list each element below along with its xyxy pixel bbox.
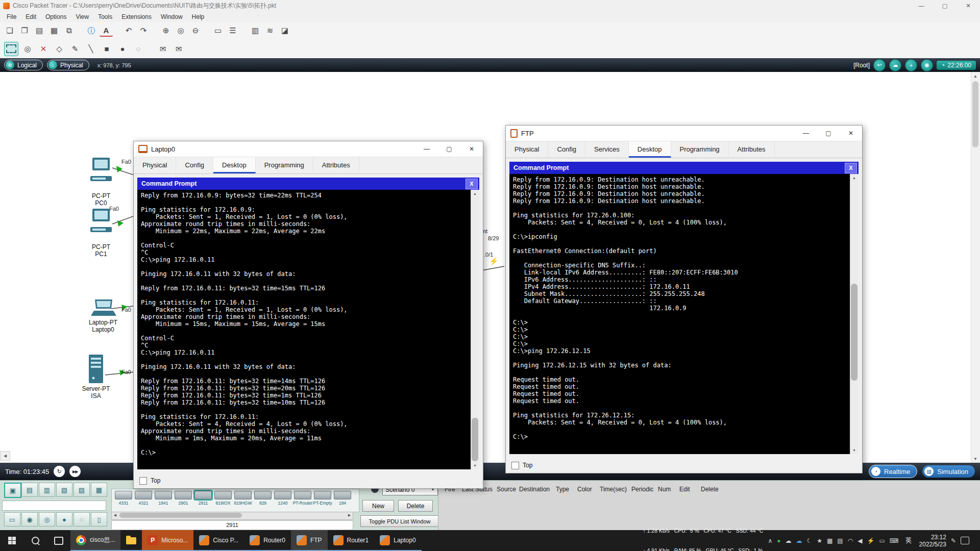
onedrive-icon[interactable]: ☁ bbox=[796, 537, 802, 544]
tab-config[interactable]: Config bbox=[176, 157, 213, 173]
category-wireless[interactable]: ▧ bbox=[56, 483, 72, 497]
terminal-scrollbar[interactable]: ▲ ▼ bbox=[850, 174, 859, 454]
ime-indicator[interactable]: 英 bbox=[903, 535, 915, 546]
scroll-up-arrow[interactable]: ▲ bbox=[471, 190, 479, 197]
scroll-thumb[interactable] bbox=[972, 81, 978, 147]
environment-button[interactable]: A bbox=[100, 24, 113, 37]
viewport-button[interactable]: + bbox=[905, 59, 917, 71]
device-model-819iox[interactable]: 819IOX bbox=[214, 491, 232, 512]
zoom-reset-button[interactable]: ◎ bbox=[174, 24, 187, 37]
inspect-tool-button[interactable]: ◎ bbox=[21, 42, 34, 56]
redo-button[interactable]: ↷ bbox=[137, 24, 150, 37]
device-pc0[interactable]: PC-PT PC0 bbox=[82, 157, 120, 207]
image-button[interactable]: ◪ bbox=[278, 24, 291, 37]
delete-scenario-button[interactable]: Delete bbox=[398, 500, 433, 512]
copy-button[interactable]: ⧉ bbox=[62, 24, 76, 37]
category-connections[interactable]: ◎ bbox=[39, 512, 55, 527]
scroll-down-arrow[interactable]: ▼ bbox=[850, 446, 858, 454]
menu-help[interactable]: Help bbox=[187, 13, 209, 20]
realtime-mode-button[interactable]: ◔ Realtime bbox=[869, 465, 917, 478]
category-multiuser[interactable]: ◌ bbox=[74, 512, 90, 527]
console-button[interactable]: ≋ bbox=[263, 24, 277, 37]
category-security[interactable]: ▨ bbox=[74, 483, 90, 497]
close-button[interactable]: ✕ bbox=[957, 0, 980, 11]
minimize-button[interactable]: — bbox=[795, 126, 817, 141]
maximize-button[interactable]: ▢ bbox=[817, 126, 840, 141]
ftp-terminal[interactable]: Reply from 172.16.0.9: Destination host … bbox=[509, 174, 850, 454]
laptop0-titlebar[interactable]: Laptop0 — ▢ ✕ bbox=[134, 141, 483, 157]
antivirus-icon[interactable]: ● bbox=[777, 537, 780, 544]
save-button[interactable]: ▤ bbox=[33, 24, 46, 37]
laptop0-terminal[interactable]: Reply from 172.16.0.9: bytes=32 time=22m… bbox=[137, 190, 471, 469]
scroll-right-arrow[interactable]: ▶ bbox=[346, 512, 353, 518]
back-button[interactable]: ↩ bbox=[873, 59, 886, 71]
device-server-isa[interactable]: Server-PT ISA bbox=[77, 354, 115, 399]
category-end-devices[interactable]: ▭ bbox=[4, 512, 20, 527]
category-other[interactable]: ▯ bbox=[91, 512, 107, 527]
category-switches[interactable]: ▤ bbox=[21, 483, 38, 497]
place-note-button[interactable]: ✎ bbox=[68, 42, 82, 56]
draw-freeform-button[interactable]: ◌ bbox=[132, 42, 145, 56]
keyboard-icon[interactable]: ⌨ bbox=[890, 537, 898, 544]
environment-clock[interactable]: ◔ 22:26:00 bbox=[937, 61, 976, 70]
device-model-4331[interactable]: 4331 bbox=[115, 491, 132, 512]
wifi-icon[interactable]: ◠ bbox=[848, 537, 853, 544]
tab-desktop[interactable]: Desktop bbox=[213, 157, 256, 173]
menu-extensions[interactable]: Extensions bbox=[117, 13, 156, 20]
top-checkbox[interactable] bbox=[511, 462, 519, 469]
tab-attributes[interactable]: Attributes bbox=[313, 157, 359, 173]
volume-icon[interactable]: ◀ bbox=[857, 537, 862, 544]
select-tool-button[interactable] bbox=[4, 42, 18, 56]
simulation-mode-button[interactable]: ▨ Simulation bbox=[922, 465, 975, 478]
card-icon[interactable]: ▤ bbox=[837, 537, 843, 544]
device-model-819hgw[interactable]: 819HGW bbox=[234, 491, 252, 512]
add-simple-pdu-button[interactable]: ✉ bbox=[156, 42, 169, 56]
clipboard-button[interactable]: ▥ bbox=[249, 24, 262, 37]
command-prompt-close-button[interactable]: X bbox=[845, 163, 857, 173]
close-button[interactable]: ✕ bbox=[460, 141, 483, 157]
canvas-scroll-left-arrow[interactable]: ◀ bbox=[0, 451, 10, 461]
tab-programming[interactable]: Programming bbox=[256, 157, 313, 173]
scroll-down-arrow[interactable]: ▼ bbox=[471, 462, 479, 469]
display-icon[interactable]: ▭ bbox=[879, 537, 885, 544]
scroll-down-arrow[interactable]: ▼ bbox=[971, 455, 979, 463]
tab-physical[interactable]: Physical bbox=[134, 157, 176, 173]
device-model-4321[interactable]: 4321 bbox=[135, 491, 152, 512]
device-model-2911[interactable]: 2911 bbox=[194, 491, 212, 512]
canvas-vertical-scrollbar[interactable]: ▲ ▼ bbox=[971, 72, 980, 463]
pen-icon[interactable]: ✎ bbox=[951, 537, 956, 544]
scroll-left-arrow[interactable]: ◀ bbox=[112, 512, 118, 518]
category-routers[interactable]: ▣ bbox=[4, 483, 21, 498]
drawing-palette-button[interactable]: ▭ bbox=[211, 24, 225, 37]
menu-view[interactable]: View bbox=[71, 13, 93, 20]
device-model-184[interactable]: 184 bbox=[334, 491, 351, 512]
device-model-829[interactable]: 829 bbox=[254, 491, 272, 512]
taskbar-app-packet-tracer[interactable]: Cisco P... bbox=[193, 530, 244, 551]
scroll-up-arrow[interactable]: ▲ bbox=[850, 174, 858, 182]
cloud-icon[interactable]: ☁ bbox=[785, 537, 791, 544]
power-icon[interactable]: ⚡ bbox=[867, 537, 874, 544]
taskbar-app-file-explorer[interactable] bbox=[120, 530, 142, 551]
zoom-in-button[interactable]: ⊕ bbox=[159, 24, 173, 37]
tray-expand-icon[interactable]: ∧ bbox=[768, 537, 772, 544]
menu-window[interactable]: Window bbox=[156, 13, 187, 20]
resize-tool-button[interactable]: ◇ bbox=[53, 42, 66, 56]
tab-services[interactable]: Services bbox=[585, 141, 629, 158]
maximize-button[interactable]: ▢ bbox=[438, 141, 460, 157]
taskbar-app-office[interactable]: P Microso... bbox=[142, 530, 193, 551]
category-wan[interactable]: ▦ bbox=[91, 483, 107, 497]
tab-config[interactable]: Config bbox=[548, 141, 585, 158]
command-prompt-titlebar[interactable]: Command Prompt X bbox=[137, 178, 479, 190]
tab-attributes[interactable]: Attributes bbox=[729, 141, 775, 158]
zoom-out-button[interactable]: ⊖ bbox=[189, 24, 202, 37]
toggle-pdu-list-button[interactable]: Toggle PDU List Window bbox=[360, 515, 439, 527]
search-button[interactable] bbox=[23, 530, 47, 551]
menu-tools[interactable]: Tools bbox=[93, 13, 117, 20]
menu-edit[interactable]: Edit bbox=[21, 13, 41, 20]
device-model-1941[interactable]: 1941 bbox=[155, 491, 172, 512]
fast-forward-button[interactable]: ▶▶ bbox=[69, 466, 81, 477]
maximize-button[interactable]: ▢ bbox=[933, 0, 957, 11]
device-model-pt-empty[interactable]: PT-Empty bbox=[314, 491, 331, 512]
tab-programming[interactable]: Programming bbox=[671, 141, 729, 158]
tab-physical[interactable]: Physical bbox=[506, 141, 548, 158]
